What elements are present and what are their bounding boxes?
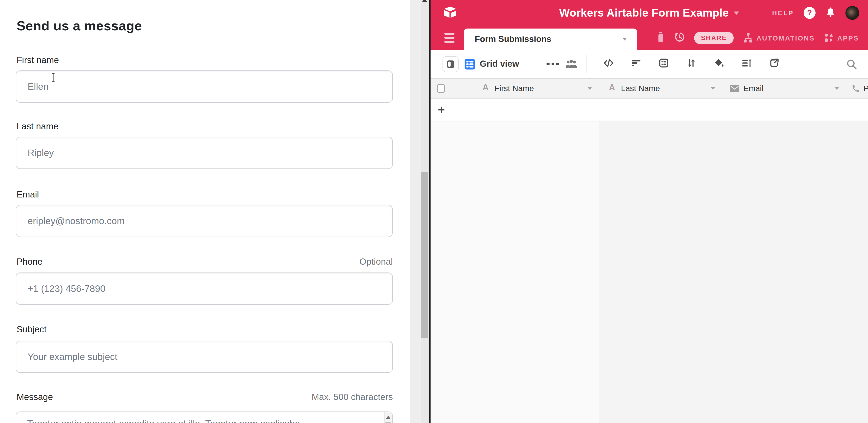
screen: Send us a message First name Last name E… — [0, 0, 868, 423]
color-icon[interactable] — [714, 58, 724, 70]
search-icon[interactable] — [846, 50, 858, 78]
last-name-label: Last name — [17, 121, 58, 132]
phone-input[interactable] — [16, 272, 393, 305]
notifications-bell-icon[interactable] — [825, 6, 836, 19]
add-record-plus-icon[interactable]: + — [438, 103, 445, 117]
add-record-row[interactable]: + — [431, 99, 868, 121]
phone-field-type-icon — [851, 84, 860, 95]
history-icon[interactable] — [674, 32, 685, 44]
scrollbar-thumb[interactable] — [421, 172, 428, 338]
grid-header-row: A First Name A Last Name Email — [431, 79, 868, 99]
chevron-down-icon[interactable] — [587, 87, 592, 90]
message-label: Message — [17, 392, 53, 402]
phone-label: Phone — [17, 256, 42, 267]
message-scrollbar[interactable] — [384, 413, 392, 423]
grid-view-icon — [465, 59, 475, 69]
column-gridline — [599, 122, 599, 423]
filter-icon[interactable] — [631, 58, 641, 70]
toolbar-divider — [586, 55, 587, 73]
left-window-scrollbar[interactable] — [421, 0, 429, 423]
form-heading: Send us a message — [17, 19, 142, 34]
table-tab-bar: Form Submissions SHARE AUTOMATIONS — [431, 26, 868, 50]
scroll-up-arrow-icon[interactable] — [422, 0, 427, 2]
group-icon[interactable] — [659, 58, 669, 70]
phone-optional-note: Optional — [360, 256, 393, 267]
automations-button[interactable]: AUTOMATIONS — [743, 33, 815, 43]
apps-button[interactable]: APPS — [824, 33, 859, 43]
scroll-up-arrow-icon[interactable] — [386, 416, 391, 419]
chevron-down-icon[interactable] — [734, 11, 739, 14]
first-name-input[interactable] — [16, 70, 393, 103]
grid-body — [431, 122, 868, 423]
airtable-pane: Workers Airtable Form Example HELP ? For… — [431, 0, 868, 423]
view-switcher[interactable]: Grid view — [465, 50, 519, 78]
window-divider — [429, 0, 431, 423]
help-button[interactable]: HELP — [772, 9, 794, 17]
apps-label: APPS — [837, 34, 859, 42]
subject-input[interactable] — [16, 341, 393, 373]
contact-form-pane: Send us a message First name Last name E… — [0, 0, 410, 423]
row-height-icon[interactable] — [742, 58, 752, 70]
hide-fields-icon[interactable] — [603, 58, 614, 70]
share-button[interactable]: SHARE — [694, 32, 734, 44]
chevron-down-icon[interactable] — [711, 87, 715, 90]
email-label: Email — [17, 189, 39, 200]
grid-body-rest — [599, 122, 868, 423]
grid-body-first-column — [431, 122, 599, 423]
chevron-down-icon[interactable] — [834, 87, 839, 90]
scrollbar-thumb[interactable] — [385, 422, 391, 423]
first-name-label: First name — [17, 55, 59, 65]
chevron-down-icon[interactable] — [622, 38, 627, 40]
last-name-input[interactable] — [16, 137, 393, 169]
automations-label: AUTOMATIONS — [756, 34, 815, 42]
help-question-icon[interactable]: ? — [804, 7, 815, 19]
email-input[interactable] — [16, 205, 393, 237]
hamburger-menu-icon[interactable] — [444, 33, 455, 43]
text-field-type-icon: A — [609, 83, 615, 92]
window-gutter — [410, 0, 421, 423]
views-sidebar-toggle-button[interactable] — [442, 56, 459, 72]
select-all-checkbox[interactable] — [437, 84, 445, 93]
share-view-icon[interactable] — [769, 58, 779, 70]
tab-form-submissions[interactable]: Form Submissions — [464, 29, 637, 50]
view-name: Grid view — [480, 59, 519, 69]
delete-table-icon[interactable] — [656, 32, 665, 44]
collaborators-icon[interactable] — [565, 50, 577, 78]
message-text: Tenetur optio quaerat expedita vero et i… — [27, 418, 300, 423]
message-max-note: Max. 500 characters — [312, 392, 393, 402]
message-textarea[interactable]: Tenetur optio quaerat expedita vero et i… — [16, 412, 393, 423]
email-field-type-icon — [730, 85, 739, 94]
airtable-topbar: Workers Airtable Form Example HELP ? — [431, 0, 868, 26]
view-options-ellipsis-icon[interactable] — [547, 50, 559, 78]
user-avatar[interactable] — [845, 6, 859, 20]
subject-label: Subject — [17, 324, 46, 335]
sort-icon[interactable] — [686, 58, 696, 70]
tab-label: Form Submissions — [475, 34, 551, 44]
view-toolbar: Grid view — [431, 50, 868, 79]
text-cursor-icon — [51, 73, 56, 84]
text-field-type-icon: A — [483, 83, 489, 92]
base-title[interactable]: Workers Airtable Form Example — [559, 6, 728, 19]
